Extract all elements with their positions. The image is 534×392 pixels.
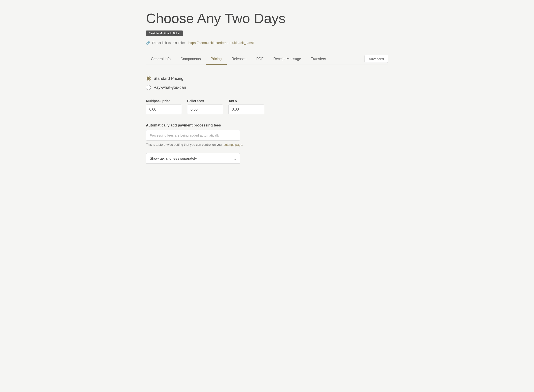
tabs-container: General Info Components Pricing Releases… [146,54,388,65]
tax-label: Tax $ [228,99,264,103]
direct-link-label: Direct link to this ticket: [152,41,186,45]
tab-pdf[interactable]: PDF [251,54,268,65]
tab-components[interactable]: Components [176,54,206,65]
dropdown-wrapper: Show tax and fees separately ⌄ [146,153,240,164]
seller-fees-label: Seller fees [187,99,223,103]
settings-page-link[interactable]: settings page [223,143,242,146]
page-title: Choose Any Two Days [146,11,388,26]
tax-group: Tax $ [228,99,264,114]
advanced-button[interactable]: Advanced [365,55,388,63]
multipack-price-input[interactable] [146,104,182,114]
pricing-section: Standard Pricing Pay-what-you-can Multip… [146,74,388,166]
processing-note-text: This is a store-wide setting that you ca… [146,143,223,146]
processing-fees-section: Automatically add payment processing fee… [146,123,388,146]
standard-pricing-radio[interactable] [146,76,151,81]
show-tax-fees-select[interactable]: Show tax and fees separately [146,153,240,164]
standard-pricing-label: Standard Pricing [153,76,183,81]
pwyw-pricing-option[interactable]: Pay-what-you-can [146,85,388,90]
tab-transfers[interactable]: Transfers [306,54,331,65]
processing-note-suffix: . [242,143,243,146]
processing-fees-title: Automatically add payment processing fee… [146,123,388,127]
pwyw-pricing-radio[interactable] [146,85,151,90]
direct-link-row: 🔗 Direct link to this ticket: https://de… [146,41,388,45]
link-icon: 🔗 [146,41,150,45]
processing-fees-placeholder: Processing fees are being added automati… [146,130,240,141]
multipack-price-group: Multipack price [146,99,182,114]
ticket-type-badge: Flexible Multipack Ticket [146,31,183,36]
processing-fees-note: This is a store-wide setting that you ca… [146,143,388,146]
tax-fees-dropdown-container: Show tax and fees separately ⌄ [146,153,388,164]
tab-receipt-message[interactable]: Receipt Message [268,54,306,65]
price-fields: Multipack price Seller fees Tax $ [146,99,388,114]
tabs-list: General Info Components Pricing Releases… [146,54,388,65]
standard-pricing-option[interactable]: Standard Pricing [146,76,388,81]
tab-general-info[interactable]: General Info [146,54,176,65]
tab-releases[interactable]: Releases [227,54,251,65]
page-container: Choose Any Two Days Flexible Multipack T… [132,0,402,179]
tax-input[interactable] [228,104,264,114]
tab-pricing[interactable]: Pricing [206,54,227,65]
pwyw-pricing-label: Pay-what-you-can [153,85,186,90]
seller-fees-input[interactable] [187,104,223,114]
seller-fees-group: Seller fees [187,99,223,114]
pricing-radio-group: Standard Pricing Pay-what-you-can [146,76,388,90]
direct-link-url[interactable]: https://demo.tickit.ca/demo-multipack_pa… [188,41,255,45]
multipack-price-label: Multipack price [146,99,182,103]
